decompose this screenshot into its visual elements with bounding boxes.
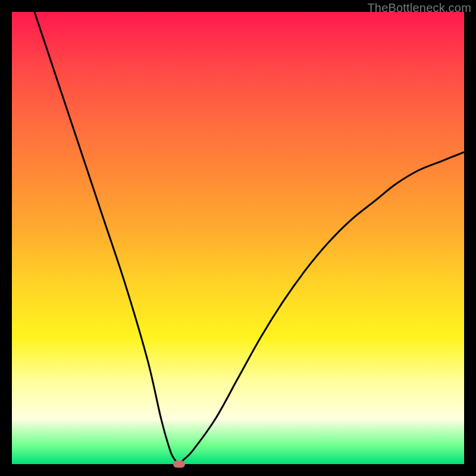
bottleneck-curve [35, 12, 464, 464]
curve-svg [12, 12, 464, 464]
plot-area [12, 12, 464, 464]
optimal-point-marker [173, 461, 185, 468]
watermark-text: TheBottleneck.com [367, 1, 471, 15]
chart-container: TheBottleneck.com [0, 0, 476, 476]
